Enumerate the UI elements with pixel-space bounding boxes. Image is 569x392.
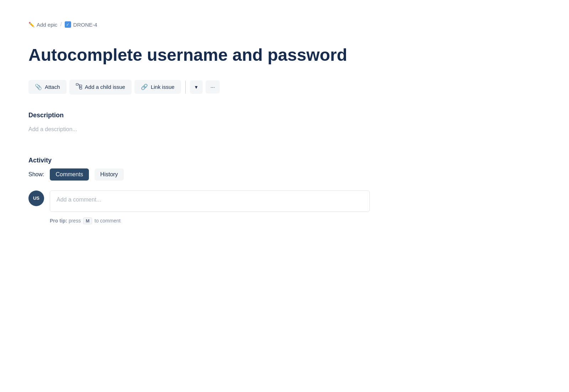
- link-issue-button[interactable]: 🔗 Link issue: [134, 80, 181, 94]
- pro-tip: Pro tip: press M to comment: [50, 218, 541, 224]
- description-input[interactable]: Add a description...: [28, 123, 541, 135]
- svg-rect-2: [80, 87, 82, 89]
- comment-input[interactable]: Add a comment...: [50, 190, 370, 212]
- pro-tip-middle: press: [69, 218, 81, 224]
- activity-section: Activity Show: Comments History US Add a…: [28, 157, 541, 224]
- toolbar-divider: [185, 81, 186, 93]
- add-child-issue-button[interactable]: Add a child issue: [69, 80, 132, 95]
- chevron-down-icon: ▾: [195, 84, 198, 90]
- attach-label: Attach: [45, 84, 60, 90]
- description-title: Description: [28, 112, 541, 119]
- avatar: US: [28, 190, 44, 206]
- more-icon: ···: [211, 84, 215, 90]
- description-section: Description Add a description...: [28, 112, 541, 135]
- breadcrumb-separator: /: [60, 21, 62, 28]
- checkbox-icon: ✓: [65, 21, 71, 28]
- history-filter-button[interactable]: History: [95, 168, 124, 181]
- page-title: Autocomplete username and password: [28, 45, 349, 65]
- comment-area: US Add a comment...: [28, 190, 541, 212]
- attach-icon: 📎: [35, 84, 42, 90]
- breadcrumb-epic-label: Add epic: [37, 22, 57, 28]
- comments-filter-button[interactable]: Comments: [50, 168, 89, 181]
- breadcrumb-issue-id: DRONE-4: [73, 22, 97, 28]
- breadcrumb-current-issue[interactable]: ✓ DRONE-4: [65, 21, 97, 28]
- pro-tip-suffix: to comment: [95, 218, 121, 224]
- svg-rect-0: [76, 84, 78, 85]
- pencil-icon: ✏️: [28, 22, 34, 27]
- chevron-down-button[interactable]: ▾: [190, 80, 203, 94]
- svg-rect-1: [80, 85, 82, 87]
- pro-tip-prefix: Pro tip:: [50, 218, 67, 224]
- action-bar: 📎 Attach Add a child issue 🔗 Link issue …: [28, 80, 541, 95]
- breadcrumb-epic[interactable]: ✏️ Add epic: [28, 22, 57, 28]
- child-issue-icon: [76, 83, 82, 91]
- attach-button[interactable]: 📎 Attach: [28, 80, 67, 94]
- link-issue-label: Link issue: [151, 84, 175, 90]
- show-label: Show:: [28, 171, 44, 178]
- activity-title: Activity: [28, 157, 541, 164]
- link-icon: 🔗: [141, 84, 148, 90]
- child-issue-label: Add a child issue: [85, 84, 125, 90]
- more-options-button[interactable]: ···: [206, 80, 220, 93]
- activity-filter-row: Show: Comments History: [28, 168, 541, 181]
- breadcrumb: ✏️ Add epic / ✓ DRONE-4: [28, 21, 541, 28]
- key-badge: M: [83, 218, 92, 224]
